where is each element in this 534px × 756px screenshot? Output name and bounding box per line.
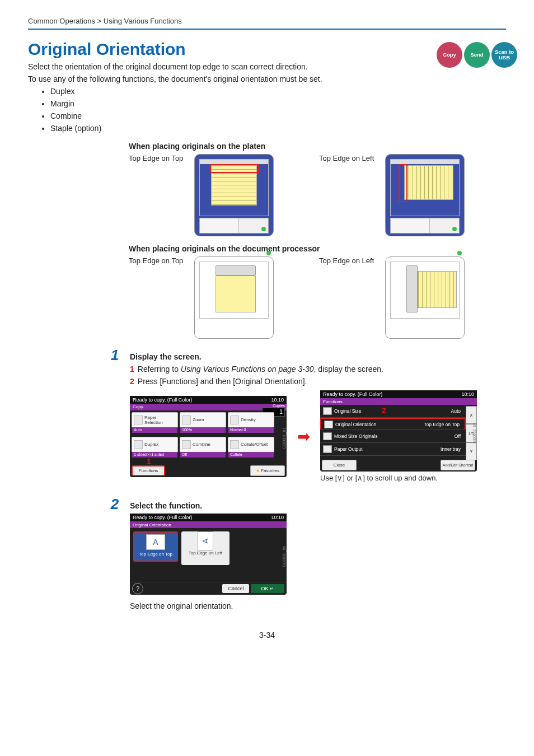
btn-density[interactable]: DensityNormal 0 — [228, 412, 274, 428]
tab-functions: Functions — [320, 398, 477, 405]
label-top-edge-on-left: Top Edge on Left — [319, 256, 374, 265]
scroll-up-icon[interactable]: ∧ — [466, 406, 477, 424]
btn-add-shortcut[interactable]: Add/Edit Shortcut — [441, 460, 475, 470]
list-item: Margin — [50, 99, 506, 108]
orientation-screen: Ready to copy. (Full Color)10:10 Origina… — [130, 514, 287, 595]
step1-sub2: 2Press [Functions] and then [Original Or… — [130, 377, 506, 386]
btn-cancel[interactable]: Cancel — [222, 584, 249, 593]
btn-zoom[interactable]: Zoom100% — [180, 412, 226, 428]
dp-diagram-left — [385, 256, 465, 339]
platen-diagram-left — [385, 154, 465, 236]
badge-send: Send — [464, 42, 490, 68]
code-2: GB0002_00 — [472, 422, 476, 443]
list-item: Staple (option) — [50, 124, 506, 133]
callout-1: 1 — [147, 457, 151, 466]
label-top-edge-on-top: Top Edge on Top — [129, 154, 183, 162]
row-original-size[interactable]: Original SizeAuto — [320, 405, 466, 418]
dp-diagram-top — [194, 256, 274, 339]
page-title: Original Orientation — [28, 40, 506, 59]
btn-collate-offset[interactable]: Collate/OffsetCollate — [228, 437, 274, 452]
step1-title: Display the screen. — [130, 352, 506, 361]
breadcrumb: Common Operations > Using Various Functi… — [28, 17, 506, 30]
function-list: Duplex Margin Combine Staple (option) — [28, 87, 506, 133]
btn-paper-selection[interactable]: Paper SelectionAuto — [132, 412, 178, 428]
scroll-note: Use [∨] or [∧] to scroll up and down. — [320, 474, 477, 482]
platen-heading: When placing originals on the platen — [129, 142, 506, 151]
step-number-1: 1 — [106, 347, 123, 364]
btn-favorites[interactable]: ★Favorites — [250, 465, 285, 476]
badge-copy: Copy — [437, 42, 462, 68]
label-top-edge-on-left: Top Edge on Left — [319, 154, 374, 162]
row-mixed-size[interactable]: Mixed Size OriginalsOff — [320, 430, 466, 443]
scroll-down-icon[interactable]: ∨ — [466, 442, 477, 460]
help-icon[interactable]: ? — [132, 583, 143, 594]
step2-note: Select the original orientation. — [130, 601, 506, 610]
row-paper-output[interactable]: Paper OutputInner tray — [320, 443, 466, 456]
code-1: GB0001_01 — [282, 428, 286, 449]
list-item: Duplex — [50, 87, 506, 96]
option-top-edge-on-left[interactable]: ATop Edge on Left — [181, 531, 229, 565]
page-number: 3-34 — [28, 631, 506, 640]
btn-functions[interactable]: Functions — [132, 465, 165, 476]
dp-heading: When placing originals on the document p… — [129, 244, 506, 253]
step-number-2: 2 — [106, 496, 123, 513]
arrow-right-icon: ➡ — [292, 427, 315, 446]
tab-original-orientation: Original Orientation — [130, 521, 287, 528]
functions-screen: Ready to copy. (Full Color)10:10 Functio… — [320, 390, 477, 472]
btn-close[interactable]: Close — [322, 460, 357, 470]
intro-2: To use any of the following functions, t… — [28, 74, 506, 83]
btn-combine[interactable]: CombineOff — [180, 437, 226, 452]
list-item: Combine — [50, 111, 506, 120]
step2-title: Select the function. — [130, 501, 506, 510]
btn-ok[interactable]: OK ↵ — [251, 584, 284, 593]
callout-2: 2 — [382, 406, 386, 415]
row-original-orientation[interactable]: Original OrientationTop Edge on Top — [320, 418, 466, 430]
badge-scan-to-usb: Scan to USB — [491, 42, 517, 68]
btn-duplex[interactable]: Duplex1-sided>>1-sided — [132, 437, 178, 452]
label-top-edge-on-top: Top Edge on Top — [129, 256, 183, 265]
copy-screen: Ready to copy. (Full Color)10:10 Copy Co… — [130, 396, 287, 477]
intro-1: Select the orientation of the original d… — [28, 62, 506, 71]
platen-diagram-top — [194, 154, 274, 236]
step1-sub1: 1Referring to Using Various Functions on… — [130, 365, 506, 374]
option-top-edge-on-top[interactable]: ATop Edge on Top — [133, 531, 178, 562]
code-3: GB0038_00 — [282, 545, 286, 566]
